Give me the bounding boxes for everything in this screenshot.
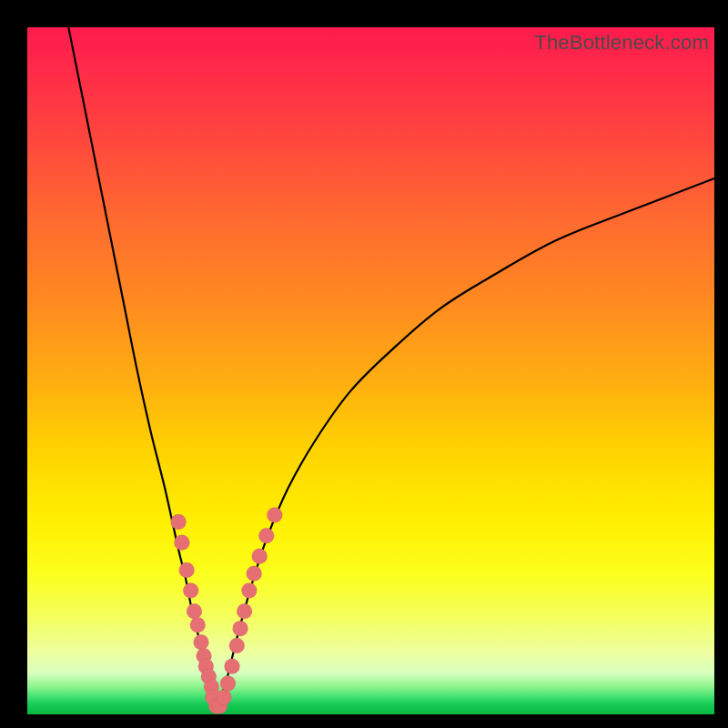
marker-dot — [237, 603, 252, 619]
marker-dot — [258, 528, 274, 543]
marker-dot — [171, 514, 187, 530]
marker-dot — [224, 659, 239, 674]
chart-frame: TheBottleneck.com — [0, 0, 728, 728]
marker-dots-group — [171, 508, 283, 714]
marker-dot — [174, 535, 189, 551]
marker-dot — [233, 621, 248, 636]
marker-dot — [247, 566, 262, 581]
marker-dot — [183, 583, 198, 599]
marker-dot — [241, 583, 257, 599]
marker-dot — [220, 676, 236, 692]
marker-dot — [194, 634, 209, 650]
marker-dot — [216, 690, 231, 705]
chart-svg — [27, 27, 714, 714]
marker-dot — [252, 549, 268, 564]
marker-dot — [229, 638, 245, 653]
marker-dot — [190, 617, 206, 632]
curve-right-branch — [217, 178, 714, 711]
marker-dot — [267, 508, 282, 523]
plot-area: TheBottleneck.com — [27, 27, 714, 714]
marker-dot — [179, 562, 195, 578]
marker-dot — [187, 603, 202, 619]
